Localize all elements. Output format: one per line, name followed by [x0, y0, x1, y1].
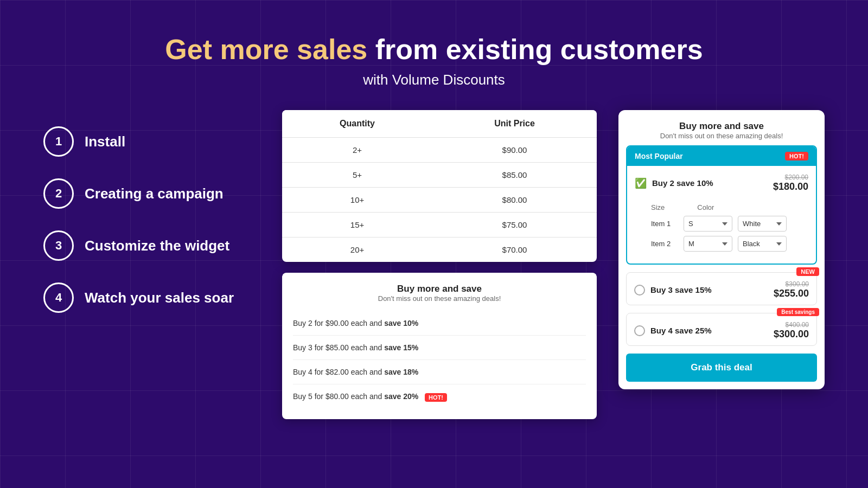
tier-3-header: Buy 4 save 25% $400.00 $300.00	[627, 313, 816, 345]
table-row: 20+ $70.00	[282, 237, 597, 262]
step-item-1: 1 Install	[43, 126, 260, 157]
tier-2[interactable]: NEW Buy 3 save 15% $300.00 $255.00	[626, 272, 817, 305]
step-circle-4: 4	[43, 282, 74, 313]
bms-row-1: Buy 2 for $90.00 each and save 10%	[293, 311, 586, 336]
bms-card: Buy more and save Don't miss out on thes…	[282, 273, 597, 419]
item-1-color-select[interactable]: WhiteBlackBlueRed	[738, 216, 787, 232]
rw-header: Buy more and save Don't miss out on thes…	[618, 110, 825, 145]
table-row: 2+ $90.00	[282, 138, 597, 163]
title-white2: from existing customers	[375, 34, 703, 65]
col-quantity: Quantity	[282, 110, 432, 138]
item-2-color-select[interactable]: WhiteBlackBlueRed	[738, 236, 787, 252]
size-col-label: Size	[651, 203, 665, 211]
tier-1-selectors: Size Color Item 1 SMLXL WhiteBlackBlueRe…	[627, 198, 816, 264]
color-col-label: Color	[697, 203, 714, 211]
item-1-label: Item 1	[651, 220, 678, 228]
step-label-1: Install	[85, 133, 125, 150]
pricing-table: Quantity Unit Price 2+ $90.00 5+ $85.00	[282, 110, 597, 262]
step-label-3: Customize the widget	[85, 237, 229, 254]
item-2-row: Item 2 SMLXL WhiteBlackBlueRed	[651, 236, 808, 252]
bms-row-3: Buy 4 for $82.00 each and save 18%	[293, 360, 586, 384]
qty-cell: 5+	[282, 163, 432, 188]
step-label-4: Watch your sales soar	[85, 290, 234, 306]
item-1-row: Item 1 SMLXL WhiteBlackBlueRed	[651, 216, 808, 232]
content-area: 1 Install 2 Creating a campaign 3 Custom…	[43, 110, 825, 419]
best-savings-badge: Best savings	[777, 308, 819, 316]
step-circle-1: 1	[43, 126, 74, 157]
price-cell: $90.00	[432, 138, 597, 163]
selected-radio-icon: ✅	[635, 177, 647, 189]
tier-1-original-price: $200.00	[773, 174, 808, 181]
new-badge: NEW	[796, 267, 819, 276]
most-popular-banner: Most Popular HOT!	[627, 146, 816, 166]
steps-section: 1 Install 2 Creating a campaign 3 Custom…	[43, 110, 260, 313]
item-1-size-select[interactable]: SMLXL	[684, 216, 732, 232]
grab-deal-button[interactable]: Grab this deal	[626, 354, 817, 382]
price-cell: $85.00	[432, 163, 597, 188]
right-widget: Buy more and save Don't miss out on thes…	[618, 110, 825, 389]
step-circle-3: 3	[43, 230, 74, 261]
col-unit-price: Unit Price	[432, 110, 597, 138]
most-popular-label: Most Popular	[635, 152, 683, 160]
price-cell: $70.00	[432, 237, 597, 262]
rw-title: Buy more and save	[629, 121, 814, 132]
item-2-size-select[interactable]: SMLXL	[684, 236, 732, 252]
tier-1-label: Buy 2 save 10%	[652, 178, 713, 188]
step-item-4: 4 Watch your sales soar	[43, 282, 260, 313]
bms-row-2: Buy 3 for $85.00 each and save 15%	[293, 336, 586, 360]
price-cell: $80.00	[432, 188, 597, 213]
bms-title: Buy more and save	[293, 284, 586, 294]
tier-3-radio[interactable]	[634, 325, 645, 336]
bms-row-4: Buy 5 for $80.00 each and save 20% HOT!	[293, 384, 586, 408]
tier-1[interactable]: Most Popular HOT! ✅ Buy 2 save 10% $200.…	[626, 145, 817, 265]
tier-1-header: ✅ Buy 2 save 10% $200.00 $180.00	[627, 166, 816, 198]
tier-2-original-price: $300.00	[774, 280, 809, 288]
price-cell: $75.00	[432, 213, 597, 237]
tier-3-original-price: $400.00	[774, 321, 809, 329]
header-subtitle: with Volume Discounts	[43, 72, 825, 88]
tier-3-sale-price: $300.00	[774, 329, 809, 340]
table-row: 5+ $85.00	[282, 163, 597, 188]
step-label-2: Creating a campaign	[85, 185, 224, 202]
step-item-3: 3 Customize the widget	[43, 230, 260, 261]
title-accent: Get more sales	[165, 34, 367, 65]
page-header: Get more sales from existing customers w…	[43, 33, 825, 88]
item-2-label: Item 2	[651, 240, 678, 248]
tier-2-header: Buy 3 save 15% $300.00 $255.00	[627, 273, 816, 305]
tier-2-radio[interactable]	[634, 285, 645, 296]
qty-cell: 10+	[282, 188, 432, 213]
tier-2-sale-price: $255.00	[774, 288, 809, 299]
hot-badge-inline: HOT!	[425, 393, 447, 402]
widgets-section: Quantity Unit Price 2+ $90.00 5+ $85.00	[282, 110, 597, 419]
qty-cell: 2+	[282, 138, 432, 163]
main-title: Get more sales from existing customers	[43, 33, 825, 66]
rw-subtitle: Don't miss out on these amazing deals!	[629, 132, 814, 140]
tier-3-label: Buy 4 save 25%	[650, 326, 712, 335]
table-row: 10+ $80.00	[282, 188, 597, 213]
table-row: 15+ $75.00	[282, 213, 597, 237]
tier-1-sale-price: $180.00	[773, 181, 808, 192]
qty-cell: 15+	[282, 213, 432, 237]
hot-badge: HOT!	[785, 152, 808, 160]
tier-3[interactable]: Best savings Buy 4 save 25% $400.00 $300…	[626, 313, 817, 346]
step-item-2: 2 Creating a campaign	[43, 178, 260, 209]
qty-cell: 20+	[282, 237, 432, 262]
bms-subtitle: Don't miss out on these amazing deals!	[293, 294, 586, 303]
step-circle-2: 2	[43, 178, 74, 209]
tier-2-label: Buy 3 save 15%	[650, 285, 712, 294]
